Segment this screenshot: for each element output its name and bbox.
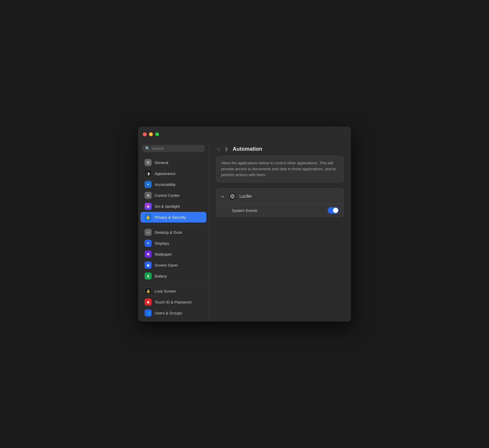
svg-point-1 [231, 195, 233, 197]
sidebar-label-displays: Displays [155, 241, 169, 246]
main-content: Automation Allow the applications below … [209, 142, 351, 322]
wallpaper-icon: ❋ [145, 251, 152, 258]
sidebar-label-privacy: Privacy & Security [155, 215, 186, 220]
app-section: Lucifer System Events [216, 188, 344, 217]
siri-icon: ◉ [145, 203, 152, 210]
sidebar-label-appearance: Appearance [155, 171, 175, 176]
chevron-down-icon [221, 194, 225, 199]
sidebar-item-controlcenter[interactable]: ⊞ Control Center [140, 190, 206, 201]
sidebar-item-desktop[interactable]: ▭ Desktop & Dock [140, 227, 206, 238]
app-header-row[interactable]: Lucifer [216, 189, 344, 204]
back-button[interactable] [216, 146, 221, 152]
sidebar-item-accessibility[interactable]: ✦ Accessibility [140, 179, 206, 190]
search-icon: 🔍 [145, 146, 150, 151]
close-button[interactable] [143, 132, 147, 136]
sidebar-label-screensaver: Screen Saver [155, 263, 178, 267]
sidebar-label-desktop: Desktop & Dock [155, 230, 182, 235]
app-name: Lucifer [239, 194, 252, 199]
sidebar-label-general: General [155, 160, 168, 165]
sidebar-label-siri: Siri & Spotlight [155, 204, 180, 209]
search-box[interactable]: 🔍 [142, 145, 205, 152]
sidebar-item-appearance[interactable]: ◑ Appearance [140, 168, 206, 179]
sidebar: 🔍 ⚙ General ◑ Appearance ✦ [138, 142, 209, 322]
main-window: 🔍 ⚙ General ◑ Appearance ✦ [138, 126, 351, 322]
sidebar-label-lockscreen: Lock Screen [155, 289, 176, 293]
accessibility-icon: ✦ [145, 181, 152, 188]
minimize-button[interactable] [149, 132, 153, 136]
page-title: Automation [233, 146, 262, 152]
sidebar-item-battery[interactable]: ▮ Battery [140, 271, 206, 281]
traffic-lights [143, 132, 159, 136]
sidebar-group-3: 🔒 Lock Screen ◉ Touch ID & Password 👥 Us… [138, 286, 209, 318]
divider-2 [142, 284, 205, 284]
general-icon: ⚙ [145, 159, 152, 166]
system-events-toggle[interactable] [328, 207, 339, 214]
info-box: Allow the applications below to control … [216, 156, 344, 182]
sidebar-item-touchid[interactable]: ◉ Touch ID & Password [140, 297, 206, 307]
maximize-button[interactable] [155, 132, 159, 136]
info-text: Allow the applications below to control … [221, 160, 339, 178]
sidebar-nav: ⚙ General ◑ Appearance ✦ Accessibility ⊞… [138, 156, 209, 322]
main-header: Automation [209, 142, 351, 156]
divider-1 [142, 225, 205, 225]
sidebar-item-siri[interactable]: ◉ Siri & Spotlight [140, 201, 206, 212]
battery-icon: ▮ [145, 272, 152, 280]
sidebar-label-touchid: Touch ID & Password [155, 300, 191, 304]
users-icon: 👥 [145, 309, 152, 316]
appearance-icon: ◑ [145, 170, 152, 177]
sidebar-label-controlcenter: Control Center [155, 193, 180, 198]
sidebar-item-privacy[interactable]: ✋ Privacy & Security [140, 212, 206, 223]
screensaver-icon: ▣ [145, 262, 152, 269]
search-container: 🔍 [138, 142, 209, 156]
sidebar-item-screensaver[interactable]: ▣ Screen Saver [140, 260, 206, 270]
displays-icon: ✦ [145, 240, 152, 247]
permission-label: System Events [232, 208, 258, 213]
sidebar-group-2: ▭ Desktop & Dock ✦ Displays ❋ Wallpaper … [138, 227, 209, 281]
sidebar-item-wallpaper[interactable]: ❋ Wallpaper [140, 249, 206, 259]
titlebar [138, 126, 351, 142]
touchid-icon: ◉ [145, 298, 152, 306]
main-body: Allow the applications below to control … [209, 156, 351, 322]
permission-row: System Events [216, 204, 344, 217]
divider-3 [142, 321, 205, 321]
controlcenter-icon: ⊞ [145, 192, 152, 199]
sidebar-item-users[interactable]: 👥 Users & Groups [140, 308, 206, 318]
privacy-icon: ✋ [145, 214, 152, 221]
content-area: 🔍 ⚙ General ◑ Appearance ✦ [138, 142, 351, 322]
sidebar-item-general[interactable]: ⚙ General [140, 157, 206, 168]
lockscreen-icon: 🔒 [145, 288, 152, 295]
search-input[interactable] [152, 146, 202, 151]
sidebar-group-1: ⚙ General ◑ Appearance ✦ Accessibility ⊞… [138, 157, 209, 223]
sidebar-label-wallpaper: Wallpaper [155, 252, 172, 257]
sidebar-label-users: Users & Groups [155, 311, 182, 315]
sidebar-item-lockscreen[interactable]: 🔒 Lock Screen [140, 286, 206, 296]
sidebar-label-accessibility: Accessibility [155, 182, 176, 187]
sidebar-item-displays[interactable]: ✦ Displays [140, 238, 206, 249]
forward-button[interactable] [224, 146, 229, 152]
app-icon [228, 192, 237, 200]
sidebar-label-battery: Battery [155, 274, 167, 278]
desktop-icon: ▭ [145, 229, 152, 236]
